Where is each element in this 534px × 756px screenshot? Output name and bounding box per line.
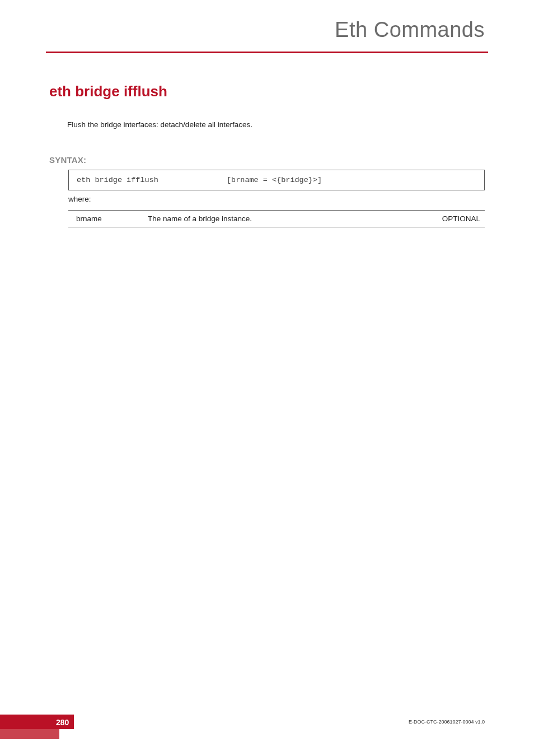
table-row: brname The name of a bridge instance. OP… bbox=[68, 211, 485, 227]
section-description: Flush the bridge interfaces: detach/dele… bbox=[67, 120, 252, 129]
param-table: brname The name of a bridge instance. OP… bbox=[68, 210, 485, 227]
param-desc: The name of a bridge instance. bbox=[148, 214, 423, 223]
header-divider bbox=[46, 52, 488, 53]
document-code: E-DOC-CTC-20061027-0004 v1.0 bbox=[409, 719, 485, 725]
syntax-label: SYNTAX: bbox=[49, 155, 86, 165]
page-title: Eth Commands bbox=[335, 18, 485, 42]
where-label: where: bbox=[68, 195, 91, 203]
param-name: brname bbox=[76, 214, 148, 223]
syntax-args: [brname = <{bridge}>] bbox=[227, 176, 322, 184]
page-number: 280 bbox=[56, 718, 69, 727]
syntax-row: eth bridge ifflush [brname = <{bridge}>] bbox=[77, 176, 479, 184]
section-title: eth bridge ifflush bbox=[49, 83, 167, 100]
syntax-box: eth bridge ifflush [brname = <{bridge}>] bbox=[68, 170, 485, 190]
param-optional: OPTIONAL bbox=[423, 214, 485, 223]
footer-accent-bar-secondary bbox=[0, 729, 59, 739]
syntax-command: eth bridge ifflush bbox=[77, 176, 227, 184]
